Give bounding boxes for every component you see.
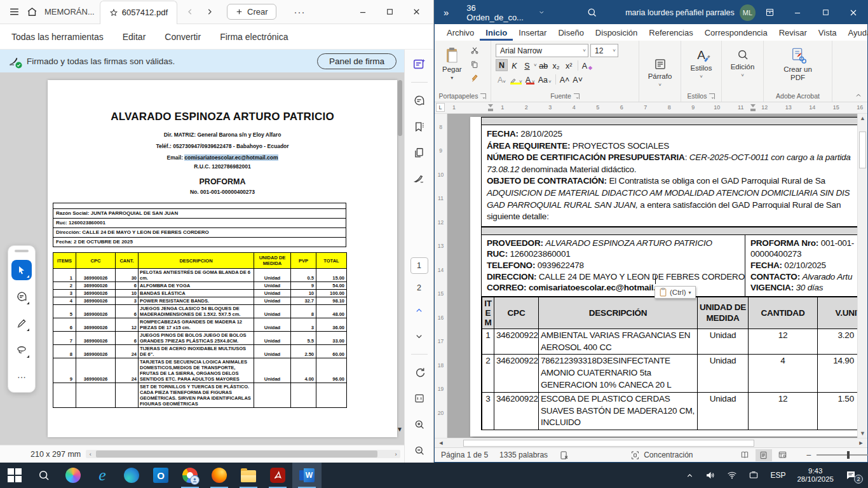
ribbon-tab[interactable]: Inicio <box>480 26 513 41</box>
home-icon[interactable] <box>23 3 41 21</box>
scrollbar-thumb[interactable] <box>463 440 754 447</box>
start-button[interactable] <box>0 463 29 488</box>
drag-handle[interactable] <box>15 250 29 252</box>
zoom-out-button[interactable]: − <box>806 450 811 460</box>
nav-forward-icon[interactable] <box>200 3 218 21</box>
pdf-email-selected[interactable]: comisariatoescolar.ec@hotmail.com <box>184 154 278 161</box>
ai-assistant-icon[interactable] <box>411 56 428 72</box>
search-icon[interactable] <box>587 7 597 18</box>
create-pdf-button[interactable]: Crear un PDF <box>771 43 825 85</box>
collapse-ribbon-icon[interactable] <box>855 92 862 99</box>
nav-back-icon[interactable] <box>181 3 199 21</box>
zoom-slider-handle[interactable] <box>847 451 850 459</box>
ribbon-tab[interactable]: Archivo <box>441 26 480 41</box>
print-layout-icon[interactable] <box>756 449 772 461</box>
notifications-button[interactable]: 2 <box>841 463 864 488</box>
grow-font-button[interactable]: A˄ <box>559 73 571 85</box>
read-mode-icon[interactable] <box>736 449 753 461</box>
scrollbar-thumb[interactable] <box>96 451 377 458</box>
scroll-left-icon[interactable]: ◄ <box>437 440 445 446</box>
maximize-button[interactable] <box>379 3 400 21</box>
next-page-number[interactable]: 2 <box>417 283 421 292</box>
superscript-button[interactable]: x² <box>563 59 575 71</box>
page-count-label[interactable]: Página 1 de 5 <box>441 451 488 459</box>
text-effects-button[interactable]: A˅ <box>496 73 508 85</box>
paragraph-button[interactable]: Párrafo ˅ <box>643 55 677 90</box>
clear-formatting-button[interactable]: A <box>581 59 594 71</box>
acrobat-button[interactable] <box>263 463 292 488</box>
dialog-launcher-icon[interactable] <box>480 93 486 99</box>
close-button[interactable] <box>839 1 867 24</box>
ribbon-tab[interactable]: Referencias <box>643 26 698 41</box>
firefox-button[interactable] <box>205 463 234 488</box>
scroll-up-icon[interactable]: ▲ <box>858 115 867 121</box>
signature-panel-button[interactable]: Panel de firma <box>317 53 397 69</box>
zoom-slider[interactable] <box>817 454 868 456</box>
highlight-button[interactable]: ˅ <box>508 73 524 85</box>
tab-memorandum[interactable]: MEMORÁN... <box>44 7 95 17</box>
file-explorer-button[interactable] <box>234 463 263 488</box>
font-name-combobox[interactable]: Arial Narrow˅ <box>496 44 588 57</box>
page-up-icon[interactable] <box>411 302 428 318</box>
scrollbar-thumb[interactable] <box>398 80 402 136</box>
ribbon-tab[interactable]: Revisar <box>773 26 813 41</box>
tab-active-pdf[interactable]: 6057412.pdf <box>100 1 177 24</box>
current-page-box[interactable]: 1 <box>410 257 428 274</box>
zoom-in-icon[interactable] <box>411 416 428 433</box>
bold-button[interactable]: N <box>496 59 508 71</box>
ribbon-tab[interactable]: Disposición <box>590 26 643 41</box>
underline-button[interactable]: S <box>521 59 533 71</box>
tray-chevron-up-icon[interactable] <box>681 463 698 488</box>
signature-panel-icon[interactable] <box>411 170 428 187</box>
draw-tool-icon[interactable] <box>11 340 32 360</box>
highlight-tool-icon[interactable] <box>11 313 32 334</box>
pdf-horizontal-scrollbar[interactable]: ‹ › <box>86 450 400 458</box>
wifi-icon[interactable] <box>722 463 742 488</box>
create-button[interactable]: Crear <box>227 4 276 20</box>
menu-item[interactable]: Convertir <box>165 32 201 42</box>
font-color-button[interactable]: A˅ <box>524 73 536 85</box>
word-page[interactable]: FECHA: 28/10/2025ÁREA REQUIRENTE: PROYEC… <box>470 117 857 437</box>
styles-button[interactable]: A Estilos ˅ <box>684 43 719 82</box>
chrome-button[interactable] <box>175 463 205 488</box>
zoom-out-icon[interactable] <box>411 442 428 459</box>
comments-panel-icon[interactable] <box>411 92 428 109</box>
shrink-font-button[interactable]: A˅ <box>571 73 584 85</box>
word-count-label[interactable]: 1335 palabras <box>499 451 548 459</box>
select-tool-icon[interactable] <box>11 260 32 280</box>
dialog-launcher-icon[interactable] <box>709 93 715 99</box>
scroll-down-icon[interactable]: ▼ <box>397 426 403 433</box>
menu-item[interactable]: Editar <box>123 32 146 42</box>
volume-icon[interactable] <box>701 463 720 488</box>
font-size-combobox[interactable]: 12˅ <box>590 44 618 57</box>
scroll-right-icon[interactable]: › <box>391 451 400 458</box>
taskbar-search-button[interactable] <box>29 463 58 488</box>
word-vertical-scrollbar[interactable]: ▲ ▼ <box>857 114 867 438</box>
star-icon[interactable] <box>109 8 118 17</box>
ribbon-tab[interactable]: Ayuda <box>842 26 868 41</box>
outlook-button[interactable]: O <box>146 463 175 488</box>
ribbon-tab[interactable]: Insertar <box>513 26 552 41</box>
display-connect-icon[interactable] <box>744 463 763 488</box>
page-down-icon[interactable] <box>411 328 428 344</box>
word-horizontal-scrollbar[interactable]: ◄ ► <box>435 438 867 447</box>
word-button[interactable]: W <box>292 463 322 488</box>
internet-explorer-button[interactable]: e <box>88 463 117 488</box>
quick-access-overflow-icon[interactable]: » <box>444 7 449 18</box>
scroll-left-icon[interactable]: ‹ <box>86 451 95 458</box>
subscript-button[interactable]: x₂ <box>550 59 562 71</box>
scrollbar-thumb[interactable] <box>859 132 866 168</box>
web-layout-icon[interactable] <box>775 449 791 461</box>
strikethrough-button[interactable]: ab <box>538 59 550 71</box>
rotate-page-icon[interactable] <box>411 364 428 381</box>
minimize-button[interactable] <box>352 3 374 21</box>
spellcheck-icon[interactable] <box>559 451 569 460</box>
menu-item[interactable]: Todas las herramientas <box>11 32 104 42</box>
dialog-launcher-icon[interactable] <box>574 93 580 99</box>
copilot-button[interactable] <box>58 463 88 488</box>
cut-icon[interactable] <box>468 44 481 56</box>
maximize-button[interactable] <box>811 1 839 24</box>
more-options-icon[interactable]: ··· <box>294 6 306 17</box>
scroll-down-icon[interactable]: ▼ <box>858 430 867 437</box>
change-case-button[interactable]: Aa˅ <box>537 73 553 85</box>
